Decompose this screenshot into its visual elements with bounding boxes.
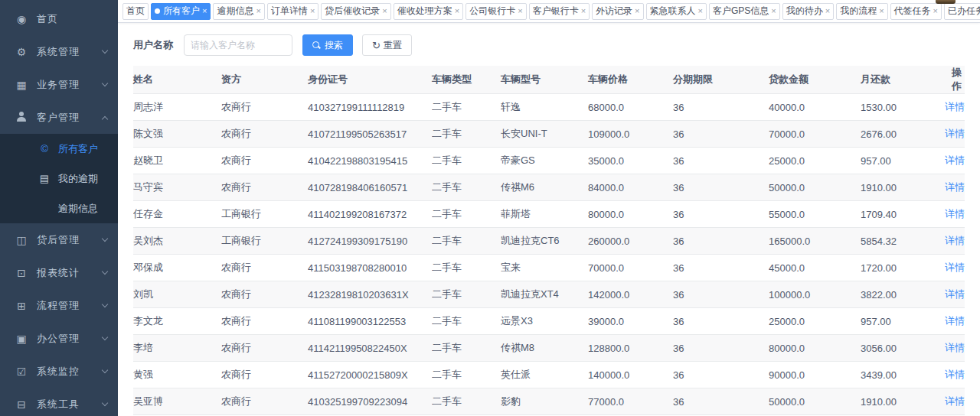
cell-vehicle-model: 传祺M6 [501,174,588,201]
cell-vehicle-type: 二手车 [432,174,501,201]
close-icon[interactable]: × [382,7,387,15]
tab-collection-plan[interactable]: 催收处理方案 × [394,3,463,20]
cell-loan-amount: 100000.0 [769,281,861,308]
close-icon[interactable]: × [455,7,459,15]
chevron-down-icon [102,334,108,340]
tab-customer-gps-info[interactable]: 客户GPS信息 × [709,3,780,20]
close-icon[interactable]: × [698,7,703,15]
table-row: 李文龙农商行411081199003122553二手车远景X339000.036… [133,308,965,335]
cell-name: 赵晓卫 [133,148,221,174]
sidebar-item-office-mgmt[interactable]: ▣ 办公管理 [0,322,118,355]
cell-vehicle-type: 二手车 [432,308,501,335]
dashboard-icon: ◉ [15,13,28,25]
detail-link[interactable]: 详情 [945,154,965,166]
sidebar-item-report-stats[interactable]: ⊡ 报表统计 [0,256,118,289]
sidebar-item-overdue-info[interactable]: 逾期信息 [0,193,118,223]
close-icon[interactable]: × [771,7,776,15]
close-icon[interactable]: × [581,7,586,15]
tab-customer-bank-card[interactable]: 客户银行卡 × [529,3,590,20]
cell-actions: 详情 [945,121,965,148]
cell-vehicle-type: 二手车 [432,148,501,174]
search-button[interactable]: 搜索 [302,34,353,56]
chevron-down-icon [102,268,108,275]
detail-link[interactable]: 详情 [945,315,965,327]
sidebar-item-customer-mgmt[interactable]: 客户管理 [0,101,118,134]
cell-actions: 详情 [945,388,965,415]
detail-link[interactable]: 详情 [945,262,965,273]
tab-all-customers[interactable]: 所有客户 × [151,3,211,20]
tab-overdue-info[interactable]: 逾期信息 × [213,3,264,20]
tab-sign-tasks[interactable]: 代签任务 × [890,3,942,20]
close-icon[interactable]: × [635,7,639,15]
tab-order-details[interactable]: 订单详情 × [267,3,318,20]
cell-vehicle-type: 二手车 [432,362,501,388]
sidebar-item-system-monitor[interactable]: ☑ 系统监控 [0,355,118,388]
tab-label: 首页 [126,5,145,18]
sidebar-item-loan-mgmt[interactable]: ◫ 贷后管理 [0,223,118,256]
cell-loan-amount: 50000.0 [769,388,861,415]
cell-vehicle-type: 二手车 [432,335,501,362]
col-header-id: 身份证号 [308,66,432,94]
cell-funder: 农商行 [221,308,308,335]
cell-id-number: 410728198406160571 [308,174,432,201]
close-icon[interactable]: × [518,7,522,15]
cell-loan-amount: 40000.0 [769,94,861,121]
sidebar-item-all-customers[interactable]: © 所有客户 [0,134,118,164]
tab-visit-records[interactable]: 外访记录 × [592,3,643,20]
close-icon[interactable]: × [256,7,260,15]
detail-link[interactable]: 详情 [945,395,965,407]
tab-home[interactable]: 首页 [122,3,149,20]
tab-emergency-contacts[interactable]: 紧急联系人 × [646,3,707,20]
cell-term: 36 [673,94,769,121]
cell-term: 36 [673,228,769,255]
chevron-down-icon [102,301,108,307]
cell-actions: 详情 [945,174,965,201]
detail-link[interactable]: 详情 [945,128,965,139]
tab-label: 我的待办 [786,5,823,18]
cell-vehicle-type: 二手车 [432,388,501,415]
tab-done-tasks[interactable]: 已办任务 × [944,3,980,20]
customer-name-input[interactable] [184,34,292,56]
cell-loan-amount: 55000.0 [769,201,861,228]
cell-funder: 农商行 [221,174,308,201]
sidebar-item-label: 系统工具 [37,398,103,411]
cell-name: 刘凯 [133,281,221,308]
cell-loan-amount: 90000.0 [769,362,861,388]
close-icon[interactable]: × [202,7,207,15]
sidebar-item-business-mgmt[interactable]: ▦ 业务管理 [0,68,118,101]
tab-my-todo[interactable]: 我的待办 × [782,3,834,20]
cell-actions: 详情 [945,148,965,174]
cell-vehicle-type: 二手车 [432,94,501,121]
cell-vehicle-type: 二手车 [432,121,501,148]
refresh-icon: ↻ [372,40,381,51]
detail-link[interactable]: 详情 [945,208,965,219]
book-lines-icon: ▤ [38,173,51,184]
reset-button[interactable]: ↻ 重置 [362,34,412,56]
detail-link[interactable]: 详情 [945,288,965,300]
detail-link[interactable]: 详情 [945,369,965,380]
sidebar-item-system-mgmt[interactable]: ⚙ 系统管理 [0,35,118,68]
cell-vehicle-model: 传祺M8 [501,335,588,362]
close-icon[interactable]: × [933,7,938,15]
tab-collection-records[interactable]: 贷后催收记录 × [321,3,390,20]
detail-link[interactable]: 详情 [945,101,965,112]
detail-link[interactable]: 详情 [945,181,965,193]
sidebar-item-home[interactable]: ◉ 首页 [0,2,118,35]
office-icon: ▣ [15,333,28,345]
sidebar-item-my-overdue[interactable]: ▤ 我的逾期 [0,164,118,193]
tab-label: 公司银行卡 [469,5,515,18]
detail-link[interactable]: 详情 [945,235,965,246]
close-icon[interactable]: × [879,7,884,15]
sidebar-item-system-tools[interactable]: ⊟ 系统工具 [0,388,118,416]
table-row: 邓保成农商行411503198708280010二手车宝来70000.03645… [133,255,965,281]
close-icon[interactable]: × [825,7,830,15]
tab-company-bank-card[interactable]: 公司银行卡 × [466,3,526,20]
tab-label: 贷后催收记录 [325,5,380,18]
tab-my-process[interactable]: 我的流程 × [836,3,887,20]
cell-vehicle-model: 长安UNI-T [501,121,588,148]
close-icon[interactable]: × [310,7,315,15]
cell-funder: 农商行 [221,335,308,362]
circle-c-icon: © [38,143,51,154]
detail-link[interactable]: 详情 [945,342,965,353]
sidebar-item-process-mgmt[interactable]: ⊞ 流程管理 [0,289,118,322]
